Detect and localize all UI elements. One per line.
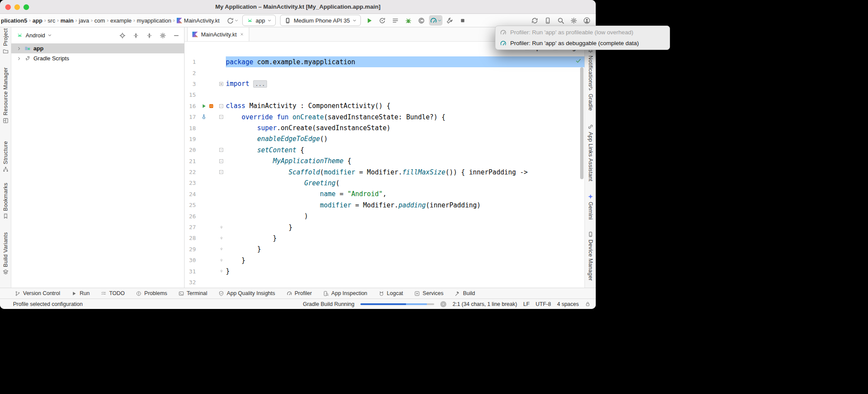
tool-window-terminal[interactable]: Terminal (178, 290, 207, 296)
collapse-all-button[interactable] (146, 32, 153, 39)
tool-window-version-control[interactable]: Version Control (15, 290, 60, 296)
line-separator[interactable]: LF (523, 301, 530, 307)
search-button[interactable] (555, 15, 566, 26)
code-text[interactable]: } (226, 233, 584, 243)
tool-stripe-build-variants[interactable]: Build Variants (0, 232, 11, 275)
popup-item-profiler-debuggable[interactable]: Profiler: Run 'app' as debuggable (compl… (495, 38, 670, 49)
tab-mainactivity[interactable]: MainActivity.kt (187, 27, 249, 41)
fold-end-icon[interactable] (219, 225, 224, 230)
code-text[interactable]: class MainActivity : ComponentActivity()… (226, 101, 584, 112)
tool-window-profiler[interactable]: Profiler (287, 290, 312, 296)
breadcrumb-item[interactable]: myapplication (137, 17, 172, 24)
settings-button[interactable] (568, 15, 579, 26)
code-text[interactable]: Scaffold(modifier = Modifier.fillMaxSize… (226, 167, 584, 177)
sync-project-button[interactable] (529, 15, 540, 26)
run-main-icon[interactable] (201, 103, 207, 109)
tool-stripe-notifications[interactable]: Notifications (585, 47, 596, 87)
project-view-select[interactable]: Android (17, 32, 116, 39)
fold-toggle-icon[interactable]: - (219, 148, 223, 152)
file-encoding[interactable]: UTF-8 (536, 301, 551, 307)
fold-toggle-icon[interactable]: - (219, 159, 223, 163)
tool-window-todo[interactable]: TODO (101, 290, 125, 296)
tool-window-services[interactable]: Services (414, 290, 443, 296)
editor-scrollbar[interactable] (580, 67, 584, 179)
attach-profiler-button[interactable] (444, 15, 455, 26)
code-text[interactable]: setContent { (226, 144, 584, 155)
code-text[interactable]: Greeting( (226, 177, 584, 188)
code-text[interactable]: enableEdgeToEdge() (226, 134, 584, 144)
code-text[interactable]: import ... (226, 79, 584, 89)
tool-stripe-project[interactable]: Project (0, 28, 11, 54)
code-text[interactable]: ) (226, 210, 584, 221)
code-text[interactable] (226, 89, 584, 100)
fold-end-icon[interactable] (219, 269, 224, 273)
history-button[interactable] (226, 15, 239, 26)
code-text[interactable]: MyApplicationTheme { (226, 156, 584, 167)
breadcrumb-item[interactable]: app (33, 17, 43, 24)
fold-end-icon[interactable] (219, 236, 224, 240)
breadcrumb-item[interactable]: MainActivity.kt (177, 17, 220, 24)
locate-file-button[interactable] (119, 32, 126, 39)
fold-toggle-icon[interactable]: - (219, 104, 223, 108)
debug-button[interactable] (403, 15, 414, 26)
tool-window-logcat[interactable]: Logcat (379, 290, 403, 296)
tool-stripe-bookmarks[interactable]: Bookmarks (0, 183, 11, 219)
compose-preview-icon[interactable] (208, 103, 214, 109)
breadcrumb-item[interactable]: com (94, 17, 105, 24)
fold-end-icon[interactable] (219, 258, 224, 263)
device-manager-button[interactable] (542, 15, 553, 26)
breadcrumb-item[interactable]: example (110, 17, 132, 24)
panel-settings-button[interactable] (159, 32, 166, 39)
code-text[interactable]: super.onCreate(savedInstanceState) (226, 122, 584, 133)
code-text[interactable]: modifier = Modifier.padding(innerPadding… (226, 200, 584, 210)
tool-stripe-structure[interactable]: Structure (0, 141, 11, 172)
breadcrumb-item[interactable]: src (48, 17, 55, 24)
code-text[interactable] (226, 67, 584, 78)
fold-toggle-icon[interactable]: - (219, 115, 223, 119)
tree-item-app[interactable]: app (11, 43, 184, 53)
code-text[interactable]: override fun onCreate(savedInstanceState… (226, 112, 584, 122)
code-text[interactable]: package com.example.myapplication (226, 56, 584, 67)
tool-stripe-resource-manager[interactable]: Resource Manager (0, 67, 11, 124)
apply-changes-button[interactable] (377, 15, 388, 26)
indent-setting[interactable]: 4 spaces (557, 301, 579, 307)
tool-window-app-inspection[interactable]: App Inspection (323, 290, 367, 296)
tool-stripe-app-links-assistant[interactable]: App Links Assistant (585, 124, 596, 181)
code-text[interactable]: } (226, 244, 584, 255)
overriding-method-icon[interactable] (201, 114, 207, 120)
breadcrumb-item[interactable]: plication5 (1, 17, 27, 24)
tool-stripe-gemini[interactable]: Gemini (585, 194, 596, 220)
code-editor[interactable]: 1package com.example.myapplication23+imp… (185, 42, 584, 288)
tool-stripe-device-manager[interactable]: Device Manager (585, 231, 596, 281)
run-dashboard-button[interactable] (390, 15, 401, 26)
tool-window-run[interactable]: Run (71, 290, 89, 296)
fold-end-icon[interactable] (219, 247, 224, 251)
code-text[interactable]: } (226, 266, 584, 276)
expand-all-button[interactable] (132, 32, 139, 39)
device-select[interactable]: Medium Phone API 35 (280, 15, 360, 26)
stop-button[interactable] (457, 15, 469, 26)
tool-window-app-quality-insights[interactable]: App Quality Insights (218, 290, 275, 296)
close-window-button[interactable] (5, 4, 11, 10)
user-avatar-button[interactable] (581, 15, 592, 26)
zoom-window-button[interactable] (23, 4, 29, 10)
caret-position[interactable]: 2:1 (34 chars, 1 line break) (452, 301, 517, 307)
minimize-window-button[interactable] (14, 4, 20, 10)
readonly-lock-icon[interactable] (585, 301, 591, 307)
fold-toggle-icon[interactable]: + (219, 82, 223, 86)
profiler-button[interactable] (429, 15, 442, 26)
code-text[interactable]: } (226, 255, 584, 266)
fold-toggle-icon[interactable]: - (219, 170, 223, 174)
tool-stripe-gradle[interactable]: Gradle (585, 85, 596, 111)
run-button[interactable] (364, 15, 375, 26)
breadcrumb-item[interactable]: main (60, 17, 73, 24)
inspections-ok-icon[interactable] (575, 58, 581, 64)
hide-panel-button[interactable] (173, 32, 180, 39)
breadcrumb-item[interactable]: java (79, 17, 89, 24)
code-text[interactable]: } (226, 222, 584, 233)
code-text[interactable]: name = "Android", (226, 189, 584, 200)
tree-item-gradle-scripts[interactable]: Gradle Scripts (11, 53, 184, 63)
tool-window-build[interactable]: Build (455, 290, 475, 296)
tab-close-icon[interactable] (240, 32, 244, 36)
code-text[interactable] (226, 277, 584, 288)
